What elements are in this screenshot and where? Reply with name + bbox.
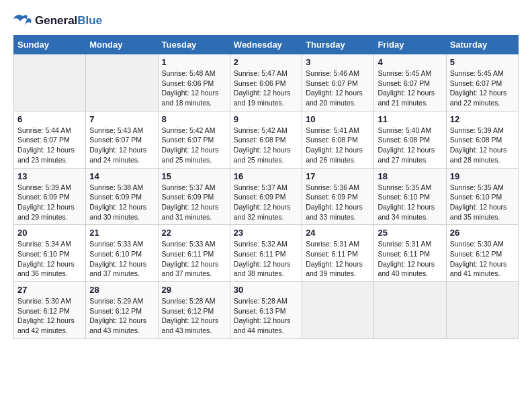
weekday-header-sunday: Sunday — [14, 36, 86, 54]
logo-text: GeneralBlue — [35, 14, 102, 28]
day-info: Sunrise: 5:35 AMSunset: 6:10 PMDaylight:… — [450, 183, 515, 222]
day-number: 13 — [17, 171, 82, 181]
day-info: Sunrise: 5:33 AMSunset: 6:11 PMDaylight:… — [162, 239, 226, 279]
day-info: Sunrise: 5:48 AMSunset: 6:06 PMDaylight:… — [162, 68, 226, 108]
weekday-header-friday: Friday — [374, 36, 446, 54]
calendar-cell: 17Sunrise: 5:36 AMSunset: 6:09 PMDayligh… — [302, 168, 374, 225]
day-number: 8 — [162, 114, 226, 124]
day-info: Sunrise: 5:40 AMSunset: 6:08 PMDaylight:… — [378, 126, 442, 165]
day-number: 23 — [234, 228, 298, 238]
calendar-week-2: 6Sunrise: 5:44 AMSunset: 6:07 PMDaylight… — [14, 111, 519, 168]
day-number: 22 — [162, 228, 226, 238]
day-info: Sunrise: 5:39 AMSunset: 6:09 PMDaylight:… — [17, 183, 82, 222]
page-header: GeneralBlue — [13, 13, 519, 28]
day-number: 21 — [89, 228, 154, 238]
day-info: Sunrise: 5:30 AMSunset: 6:12 PMDaylight:… — [450, 239, 515, 279]
calendar-table: SundayMondayTuesdayWednesdayThursdayFrid… — [13, 35, 519, 339]
day-info: Sunrise: 5:38 AMSunset: 6:09 PMDaylight:… — [89, 183, 154, 222]
day-info: Sunrise: 5:37 AMSunset: 6:09 PMDaylight:… — [234, 183, 298, 222]
day-info: Sunrise: 5:42 AMSunset: 6:07 PMDaylight:… — [162, 126, 226, 165]
day-number: 30 — [234, 285, 298, 295]
day-number: 1 — [162, 57, 226, 67]
calendar-week-4: 20Sunrise: 5:34 AMSunset: 6:10 PMDayligh… — [14, 225, 519, 282]
day-number: 20 — [17, 228, 82, 238]
calendar-week-3: 13Sunrise: 5:39 AMSunset: 6:09 PMDayligh… — [14, 168, 519, 225]
calendar-cell: 10Sunrise: 5:41 AMSunset: 6:08 PMDayligh… — [302, 111, 374, 168]
day-number: 25 — [378, 228, 442, 238]
day-number: 17 — [306, 171, 370, 181]
day-info: Sunrise: 5:46 AMSunset: 6:07 PMDaylight:… — [306, 68, 370, 108]
day-number: 4 — [378, 57, 442, 67]
day-info: Sunrise: 5:37 AMSunset: 6:09 PMDaylight:… — [162, 183, 226, 222]
day-number: 16 — [234, 171, 298, 181]
calendar-cell: 1Sunrise: 5:48 AMSunset: 6:06 PMDaylight… — [158, 54, 230, 111]
day-number: 29 — [162, 285, 226, 295]
day-info: Sunrise: 5:39 AMSunset: 6:08 PMDaylight:… — [450, 126, 515, 165]
day-info: Sunrise: 5:29 AMSunset: 6:12 PMDaylight:… — [89, 296, 154, 336]
day-info: Sunrise: 5:33 AMSunset: 6:10 PMDaylight:… — [89, 239, 154, 279]
calendar-header-row: SundayMondayTuesdayWednesdayThursdayFrid… — [14, 36, 519, 54]
calendar-cell: 27Sunrise: 5:30 AMSunset: 6:12 PMDayligh… — [14, 282, 86, 339]
calendar-cell: 5Sunrise: 5:45 AMSunset: 6:07 PMDaylight… — [446, 54, 518, 111]
day-number: 3 — [306, 57, 370, 67]
calendar-cell: 22Sunrise: 5:33 AMSunset: 6:11 PMDayligh… — [158, 225, 230, 282]
calendar-cell — [14, 54, 86, 111]
day-number: 9 — [234, 114, 298, 124]
day-info: Sunrise: 5:36 AMSunset: 6:09 PMDaylight:… — [306, 183, 370, 222]
day-info: Sunrise: 5:28 AMSunset: 6:13 PMDaylight:… — [234, 296, 298, 336]
day-info: Sunrise: 5:44 AMSunset: 6:07 PMDaylight:… — [17, 126, 82, 165]
day-number: 19 — [450, 171, 515, 181]
calendar-week-1: 1Sunrise: 5:48 AMSunset: 6:06 PMDaylight… — [14, 54, 519, 111]
calendar-cell: 18Sunrise: 5:35 AMSunset: 6:10 PMDayligh… — [374, 168, 446, 225]
day-number: 24 — [306, 228, 370, 238]
calendar-cell: 25Sunrise: 5:31 AMSunset: 6:11 PMDayligh… — [374, 225, 446, 282]
day-info: Sunrise: 5:34 AMSunset: 6:10 PMDaylight:… — [17, 239, 82, 279]
calendar-cell: 28Sunrise: 5:29 AMSunset: 6:12 PMDayligh… — [86, 282, 158, 339]
day-number: 2 — [234, 57, 298, 67]
day-number: 15 — [162, 171, 226, 181]
day-info: Sunrise: 5:35 AMSunset: 6:10 PMDaylight:… — [378, 183, 442, 222]
calendar-cell: 8Sunrise: 5:42 AMSunset: 6:07 PMDaylight… — [158, 111, 230, 168]
calendar-week-5: 27Sunrise: 5:30 AMSunset: 6:12 PMDayligh… — [14, 282, 519, 339]
day-info: Sunrise: 5:28 AMSunset: 6:12 PMDaylight:… — [162, 296, 226, 336]
weekday-header-monday: Monday — [86, 36, 158, 54]
day-number: 18 — [378, 171, 442, 181]
calendar-cell: 3Sunrise: 5:46 AMSunset: 6:07 PMDaylight… — [302, 54, 374, 111]
day-info: Sunrise: 5:32 AMSunset: 6:11 PMDaylight:… — [234, 239, 298, 279]
calendar-cell: 9Sunrise: 5:42 AMSunset: 6:08 PMDaylight… — [230, 111, 302, 168]
logo-bird-icon — [13, 13, 32, 28]
calendar-cell: 13Sunrise: 5:39 AMSunset: 6:09 PMDayligh… — [14, 168, 86, 225]
calendar-cell: 20Sunrise: 5:34 AMSunset: 6:10 PMDayligh… — [14, 225, 86, 282]
weekday-header-wednesday: Wednesday — [230, 36, 302, 54]
day-number: 6 — [17, 114, 82, 124]
calendar-cell — [302, 282, 374, 339]
calendar-cell — [86, 54, 158, 111]
day-info: Sunrise: 5:31 AMSunset: 6:11 PMDaylight:… — [306, 239, 370, 279]
calendar-cell: 16Sunrise: 5:37 AMSunset: 6:09 PMDayligh… — [230, 168, 302, 225]
day-info: Sunrise: 5:41 AMSunset: 6:08 PMDaylight:… — [306, 126, 370, 165]
day-number: 27 — [17, 285, 82, 295]
calendar-cell: 30Sunrise: 5:28 AMSunset: 6:13 PMDayligh… — [230, 282, 302, 339]
day-number: 11 — [378, 114, 442, 124]
weekday-header-saturday: Saturday — [446, 36, 518, 54]
calendar-cell: 14Sunrise: 5:38 AMSunset: 6:09 PMDayligh… — [86, 168, 158, 225]
logo: GeneralBlue — [13, 13, 102, 28]
day-number: 5 — [450, 57, 515, 67]
day-info: Sunrise: 5:42 AMSunset: 6:08 PMDaylight:… — [234, 126, 298, 165]
weekday-header-thursday: Thursday — [302, 36, 374, 54]
calendar-body: 1Sunrise: 5:48 AMSunset: 6:06 PMDaylight… — [14, 54, 519, 339]
calendar-cell: 6Sunrise: 5:44 AMSunset: 6:07 PMDaylight… — [14, 111, 86, 168]
day-number: 26 — [450, 228, 515, 238]
calendar-cell: 7Sunrise: 5:43 AMSunset: 6:07 PMDaylight… — [86, 111, 158, 168]
day-info: Sunrise: 5:31 AMSunset: 6:11 PMDaylight:… — [378, 239, 442, 279]
day-info: Sunrise: 5:43 AMSunset: 6:07 PMDaylight:… — [89, 126, 154, 165]
day-info: Sunrise: 5:30 AMSunset: 6:12 PMDaylight:… — [17, 296, 82, 336]
calendar-cell — [374, 282, 446, 339]
calendar-cell: 21Sunrise: 5:33 AMSunset: 6:10 PMDayligh… — [86, 225, 158, 282]
day-info: Sunrise: 5:47 AMSunset: 6:06 PMDaylight:… — [234, 68, 298, 108]
calendar-cell — [446, 282, 518, 339]
calendar-cell: 11Sunrise: 5:40 AMSunset: 6:08 PMDayligh… — [374, 111, 446, 168]
calendar-cell: 2Sunrise: 5:47 AMSunset: 6:06 PMDaylight… — [230, 54, 302, 111]
calendar-cell: 15Sunrise: 5:37 AMSunset: 6:09 PMDayligh… — [158, 168, 230, 225]
calendar-cell: 29Sunrise: 5:28 AMSunset: 6:12 PMDayligh… — [158, 282, 230, 339]
